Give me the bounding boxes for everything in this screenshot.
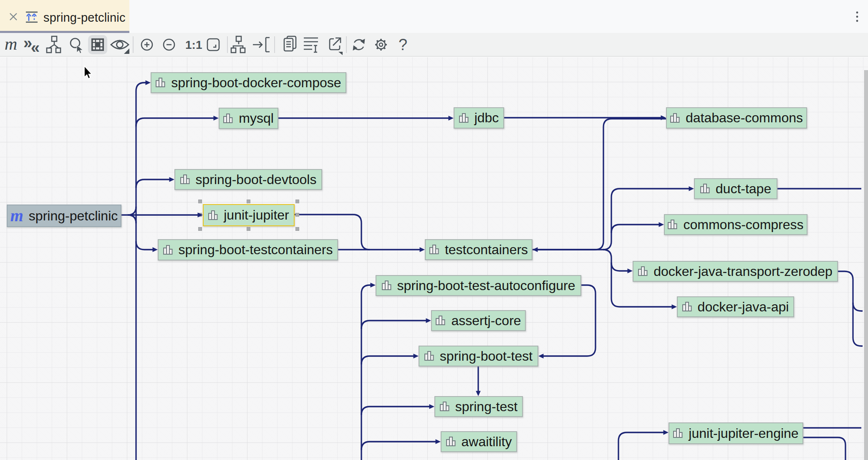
svg-text:m: m <box>5 34 17 53</box>
svg-text:?: ? <box>399 36 407 53</box>
svg-text:1:1: 1:1 <box>185 38 202 51</box>
svg-text:«: « <box>31 39 40 56</box>
